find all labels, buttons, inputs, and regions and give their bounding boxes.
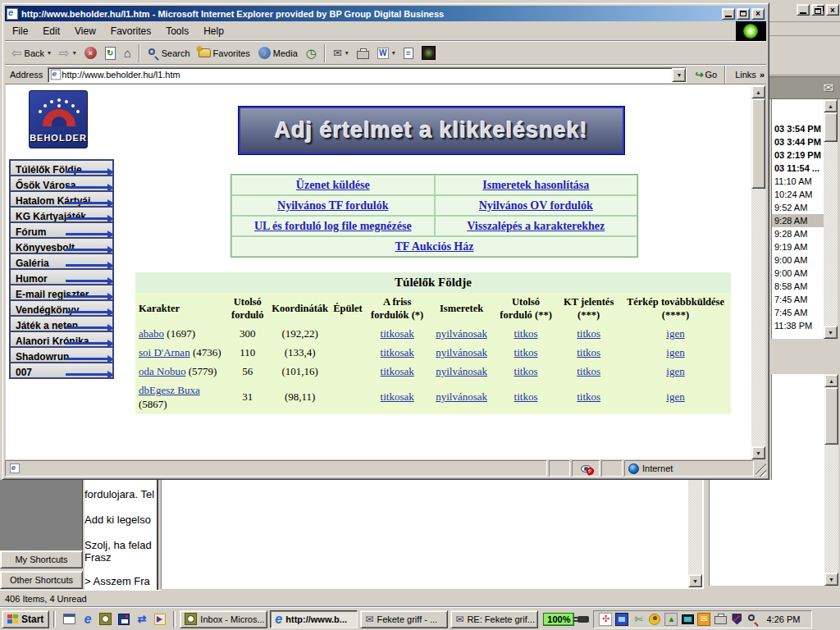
tray-display-icon[interactable] <box>615 613 628 626</box>
chevron-down-icon[interactable]: ▾ <box>73 49 76 57</box>
list-item[interactable]: 9:00 AM <box>772 253 824 267</box>
browser-scrollbar[interactable]: ▲ ▼ <box>751 85 765 459</box>
my-shortcuts-button[interactable]: My Shortcuts <box>0 550 83 568</box>
fresh-turns-link[interactable]: titkosak <box>381 346 414 358</box>
map-forward-link[interactable]: igen <box>666 365 684 377</box>
list-item[interactable]: 03 2:19 PM <box>772 148 824 162</box>
character-link[interactable]: dbEgesz Buxa <box>139 384 200 396</box>
resize-grip[interactable] <box>756 460 766 477</box>
refresh-button[interactable]: ↻ <box>102 43 119 63</box>
tray-shield-icon[interactable] <box>730 613 743 626</box>
link-tf-aukcios-haz[interactable]: TF Aukciós Ház <box>395 240 474 253</box>
tray-magnifier-icon[interactable] <box>746 613 760 626</box>
kt-report-link[interactable]: titkos <box>577 346 600 358</box>
list-item[interactable]: 9:19 AM <box>772 240 824 253</box>
list-item[interactable]: 7:45 AM <box>772 306 824 319</box>
tray-eject-icon[interactable]: ▲ <box>664 613 678 626</box>
taskbar-clock[interactable]: 4:26 PM <box>763 614 806 624</box>
knowledge-link[interactable]: nyilvánosak <box>436 327 487 340</box>
fresh-turns-link[interactable]: titkosak <box>381 327 414 340</box>
content-pane-scrollbar[interactable]: ▼ <box>688 480 702 587</box>
save-icon[interactable] <box>116 612 130 626</box>
tray-printer-icon[interactable] <box>714 613 727 626</box>
reading-pane-scrollbar[interactable]: ▲ ▼ <box>824 374 838 586</box>
address-input[interactable] <box>62 69 672 81</box>
link-visszalepes[interactable]: Visszalépés a karakterekhez <box>467 220 605 233</box>
list-item[interactable]: 11:10 AM <box>772 175 824 188</box>
maximize-icon[interactable] <box>737 8 750 20</box>
sidebar-item-humor[interactable]: Humor <box>9 268 114 285</box>
sidebar-item-007[interactable]: 007 <box>9 362 114 379</box>
list-item-selected[interactable]: 9:28 AM <box>772 214 824 227</box>
link-nyilvanos-ov-fordulok[interactable]: Nyilvános OV fordulók <box>479 199 593 212</box>
list-item[interactable]: 03 3:54 PM <box>772 122 824 135</box>
sidebar-item-shadowrun[interactable]: Shadowrun <box>9 346 114 363</box>
list-item[interactable]: 11:38 PM <box>772 319 824 332</box>
knowledge-link[interactable]: nyilvánosak <box>436 390 487 403</box>
tray-mail-icon[interactable]: ✉ <box>697 613 710 626</box>
character-link[interactable]: oda Nobuo <box>139 365 185 377</box>
chevron-down-icon[interactable]: ▾ <box>392 49 395 57</box>
knowledge-link[interactable]: nyilvánosak <box>436 346 487 358</box>
scroll-down-icon[interactable]: ▼ <box>688 574 702 587</box>
last-turn-link[interactable]: titkos <box>514 390 538 403</box>
fresh-turns-link[interactable]: titkosak <box>381 365 414 377</box>
sidebar-item-tulelok-foldje[interactable]: Túlélők Földje <box>9 159 114 176</box>
task-inbox[interactable]: Inbox - Micros... <box>180 610 267 628</box>
title-bar[interactable]: e http://www.beholder.hu/l1.htm - Micros… <box>5 6 766 21</box>
minimize-icon[interactable] <box>797 4 810 16</box>
custom-tool-button[interactable] <box>418 43 439 63</box>
tray-scissors-icon[interactable]: ✄ <box>632 613 645 626</box>
links-toolbar[interactable]: Links <box>728 70 760 80</box>
media-player-icon[interactable] <box>153 612 167 626</box>
map-forward-link[interactable]: igen <box>666 346 684 358</box>
back-button[interactable]: ⇦ Back ▾ <box>8 43 54 63</box>
sidebar-item-galeria[interactable]: Galéria <box>9 253 114 270</box>
go-button[interactable]: ↪ Go <box>690 68 722 81</box>
forward-button[interactable]: ⇨ ▾ <box>56 43 80 63</box>
restore-icon[interactable] <box>811 4 824 16</box>
internet-explorer-icon[interactable]: e <box>80 612 94 626</box>
link-ul-log-megnezese[interactable]: UL és forduló log file megnézése <box>254 220 412 233</box>
search-button[interactable]: Search <box>144 43 194 63</box>
discuss-button[interactable]: ≡ <box>400 43 417 63</box>
sidebar-item-alanori-kronika[interactable]: Alanori Krónika <box>9 331 114 348</box>
kt-report-link[interactable]: titkos <box>577 365 600 377</box>
close-icon[interactable]: × <box>826 4 839 16</box>
home-button[interactable]: ⌂ <box>121 43 135 63</box>
list-item[interactable]: 7:45 AM <box>772 293 824 306</box>
character-link[interactable]: ababo <box>139 327 164 340</box>
tray-monitor-icon[interactable] <box>681 613 694 626</box>
link-ismeretek-hasonlitasa[interactable]: Ismeretek hasonlítása <box>482 179 589 192</box>
list-item[interactable]: 03 3:44 PM <box>772 135 824 148</box>
menu-favorites[interactable]: Favorites <box>103 24 158 39</box>
fresh-turns-link[interactable]: titkosak <box>381 390 414 403</box>
menu-tools[interactable]: Tools <box>158 24 196 39</box>
close-icon[interactable]: × <box>751 8 765 20</box>
links-chevron-icon[interactable]: » <box>760 70 765 80</box>
stop-button[interactable]: × <box>81 43 100 63</box>
list-item[interactable]: 9:28 AM <box>772 227 824 240</box>
list-item[interactable]: 9:52 AM <box>772 201 824 214</box>
menu-help[interactable]: Help <box>196 24 231 39</box>
menu-view[interactable]: View <box>67 24 103 39</box>
tray-fan-icon[interactable]: ✣ <box>599 613 612 626</box>
sync-icon[interactable]: ⇄ <box>135 612 148 626</box>
list-item[interactable]: 9:00 AM <box>772 267 824 280</box>
sidebar-item-konyvesbolt[interactable]: Könyvesbolt <box>9 237 114 254</box>
knowledge-link[interactable]: nyilvánosak <box>436 365 487 377</box>
ad-banner[interactable]: Adj értelmet a klikkelésnek! <box>239 107 624 154</box>
edit-button[interactable]: W ▾ <box>374 43 399 63</box>
scrollbar-thumb[interactable] <box>824 112 838 142</box>
scrollbar-thumb[interactable] <box>751 98 765 189</box>
scroll-down-icon[interactable]: ▼ <box>824 573 838 586</box>
character-link[interactable]: soi D'Arnan <box>139 346 190 358</box>
sidebar-item-hatalom-kartyai[interactable]: Hatalom Kártyái <box>9 190 114 208</box>
scroll-up-icon[interactable]: ▲ <box>824 99 838 112</box>
list-item[interactable]: 8:58 AM <box>772 280 824 293</box>
sidebar-item-kg-kartyajatek[interactable]: KG Kártyajáték <box>9 206 114 223</box>
list-item[interactable]: 10:24 AM <box>772 188 824 201</box>
menu-edit[interactable]: Edit <box>35 24 67 39</box>
tray-user-icon[interactable] <box>648 613 661 626</box>
menu-file[interactable]: File <box>5 24 35 39</box>
